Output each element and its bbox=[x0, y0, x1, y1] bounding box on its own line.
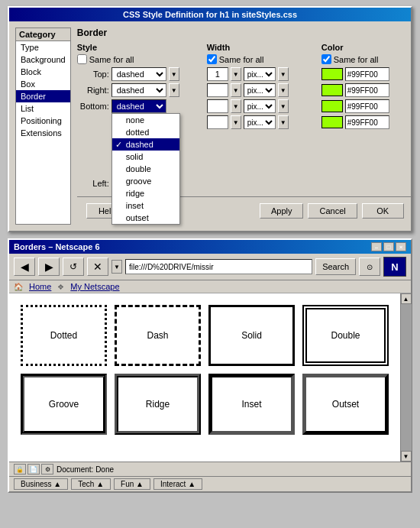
dialog-title: CSS Style Definition for h1 in siteStyle… bbox=[123, 10, 297, 19]
my-netscape-link[interactable]: My Netscape bbox=[70, 282, 119, 291]
stop-button[interactable]: ✕ bbox=[87, 258, 108, 276]
dropdown-inset[interactable]: inset bbox=[112, 199, 179, 212]
width-bottom-input[interactable] bbox=[207, 99, 228, 113]
color-left-preview[interactable] bbox=[321, 116, 343, 128]
scroll-track[interactable] bbox=[401, 304, 412, 451]
color-top-input[interactable] bbox=[345, 67, 389, 81]
dropdown-groove[interactable]: groove bbox=[112, 175, 179, 187]
taskbar-tech[interactable]: Tech ▲ bbox=[71, 478, 111, 490]
width-bottom-row: ▼ pix... ▼ bbox=[207, 99, 314, 113]
browser-window: Borders – Netscape 6 – □ × ◀ ▶ ↺ ✕ ▼ Sea… bbox=[8, 238, 412, 493]
refresh-button[interactable]: ↺ bbox=[63, 258, 84, 276]
double-label: Double bbox=[331, 330, 360, 341]
width-right-row: ▼ pix... ▼ bbox=[207, 83, 314, 97]
dropdown-dotted[interactable]: dotted bbox=[112, 126, 179, 138]
color-same-checkbox[interactable] bbox=[321, 54, 331, 64]
style-top-label: Top: bbox=[77, 70, 109, 79]
search-button[interactable]: Search bbox=[315, 258, 356, 275]
width-left-unit[interactable]: pix... bbox=[244, 115, 276, 129]
dropdown-dashed[interactable]: dashed bbox=[112, 138, 179, 151]
style-same-checkbox[interactable] bbox=[77, 54, 87, 64]
width-top-unit[interactable]: pix... bbox=[244, 67, 276, 81]
scroll-down[interactable]: ▼ bbox=[401, 451, 412, 462]
border-box-outset: Outset bbox=[302, 374, 389, 435]
maximize-button[interactable]: □ bbox=[383, 242, 394, 251]
taskbar-interact[interactable]: Interact ▲ bbox=[153, 478, 202, 490]
sidebar-item-positioning[interactable]: Positioning bbox=[16, 115, 70, 127]
width-bottom-unit[interactable]: pix... bbox=[244, 99, 276, 113]
width-right-unit[interactable]: pix... bbox=[244, 83, 276, 97]
width-top-unit-spin[interactable]: ▼ bbox=[278, 67, 289, 81]
forward-button[interactable]: ▶ bbox=[38, 258, 60, 276]
border-box-groove: Groove bbox=[21, 374, 107, 435]
sidebar-item-border[interactable]: Border bbox=[16, 90, 70, 102]
color-right-input[interactable] bbox=[345, 83, 389, 97]
color-same-label: Same for all bbox=[334, 55, 379, 64]
scrollbar-vertical[interactable]: ▲ ▼ bbox=[400, 293, 411, 462]
width-top-spin[interactable]: ▼ bbox=[231, 67, 241, 81]
ridge-label: Ridge bbox=[146, 399, 170, 410]
style-same-label: Same for all bbox=[89, 55, 134, 64]
taskbar-business[interactable]: Business ▲ bbox=[14, 478, 68, 490]
sidebar-item-background[interactable]: Background bbox=[16, 53, 70, 66]
border-box-inset: Inset bbox=[208, 374, 295, 435]
home-link[interactable]: Home bbox=[29, 282, 51, 291]
border-box-ridge: Ridge bbox=[115, 374, 201, 435]
style-right-spin[interactable]: ▼ bbox=[169, 83, 179, 97]
sidebar-item-box[interactable]: Box bbox=[16, 78, 70, 90]
color-top-row bbox=[321, 67, 413, 81]
width-left-unit-spin[interactable]: ▼ bbox=[278, 115, 289, 129]
sidebar-item-extensions[interactable]: Extensions bbox=[16, 127, 70, 139]
width-bottom-unit-spin[interactable]: ▼ bbox=[278, 99, 289, 113]
dropdown-ridge[interactable]: ridge bbox=[112, 187, 179, 199]
back-button[interactable]: ◀ bbox=[14, 258, 35, 276]
nav-dropdown[interactable]: ▼ bbox=[111, 260, 122, 274]
style-bottom-label: Bottom: bbox=[77, 102, 109, 111]
style-bottom-select[interactable]: dashed bbox=[111, 99, 166, 113]
width-left-spin[interactable]: ▼ bbox=[231, 115, 241, 129]
scroll-up[interactable]: ▲ bbox=[401, 293, 412, 304]
dropdown-double[interactable]: double bbox=[112, 163, 179, 175]
width-same-for-all: Same for all bbox=[207, 54, 314, 64]
dropdown-none[interactable]: none bbox=[112, 114, 179, 126]
go-button[interactable]: ⊙ bbox=[359, 258, 380, 276]
dropdown-solid[interactable]: solid bbox=[112, 151, 179, 163]
width-bottom-spin[interactable]: ▼ bbox=[231, 99, 241, 113]
width-same-checkbox[interactable] bbox=[207, 54, 217, 64]
browser-main: Dotted Dash Solid Double Groove Ridge bbox=[9, 293, 411, 462]
category-sidebar: Category Type Background Block Box Borde… bbox=[15, 28, 71, 225]
style-bottom-row: Bottom: dashed none dotted dashed solid bbox=[77, 99, 199, 113]
color-left-row bbox=[321, 115, 413, 129]
style-top-spin[interactable]: ▼ bbox=[169, 67, 179, 81]
style-top-select[interactable]: dashed bbox=[111, 67, 166, 81]
status-icon-3: ⚙ bbox=[41, 464, 53, 475]
minimize-button[interactable]: – bbox=[371, 242, 382, 251]
color-left-input[interactable] bbox=[345, 115, 389, 129]
color-bottom-input[interactable] bbox=[345, 99, 389, 113]
color-top-preview[interactable] bbox=[321, 68, 343, 80]
width-right-spin[interactable]: ▼ bbox=[231, 83, 241, 97]
status-icon-1: 🔒 bbox=[14, 464, 26, 475]
address-bar[interactable] bbox=[125, 259, 312, 274]
cancel-button[interactable]: Cancel bbox=[308, 203, 357, 219]
sidebar-item-list[interactable]: List bbox=[16, 102, 70, 115]
taskbar-fun[interactable]: Fun ▲ bbox=[114, 478, 150, 490]
browser-content: Dotted Dash Solid Double Groove Ridge bbox=[9, 293, 400, 462]
apply-button[interactable]: Apply bbox=[260, 203, 304, 219]
browser-statusbar: 🔒 📄 ⚙ Document: Done bbox=[9, 462, 411, 476]
ok-button[interactable]: OK bbox=[362, 203, 404, 219]
dropdown-outset[interactable]: outset bbox=[112, 212, 179, 224]
sidebar-item-type[interactable]: Type bbox=[16, 41, 70, 53]
color-right-preview[interactable] bbox=[321, 84, 343, 96]
close-button[interactable]: × bbox=[396, 242, 406, 251]
home-icon: 🏠 bbox=[14, 283, 23, 291]
color-bottom-preview[interactable] bbox=[321, 100, 343, 112]
width-right-unit-spin[interactable]: ▼ bbox=[278, 83, 289, 97]
sidebar-item-block[interactable]: Block bbox=[16, 66, 70, 78]
width-left-input[interactable] bbox=[207, 115, 228, 129]
style-right-select[interactable]: dashed bbox=[111, 83, 166, 97]
width-top-input[interactable] bbox=[207, 67, 228, 81]
width-left-row: ▼ pix... ▼ bbox=[207, 115, 314, 129]
taskbar-bottom: Business ▲ Tech ▲ Fun ▲ Interact ▲ bbox=[9, 476, 411, 491]
width-right-input[interactable] bbox=[207, 83, 228, 97]
